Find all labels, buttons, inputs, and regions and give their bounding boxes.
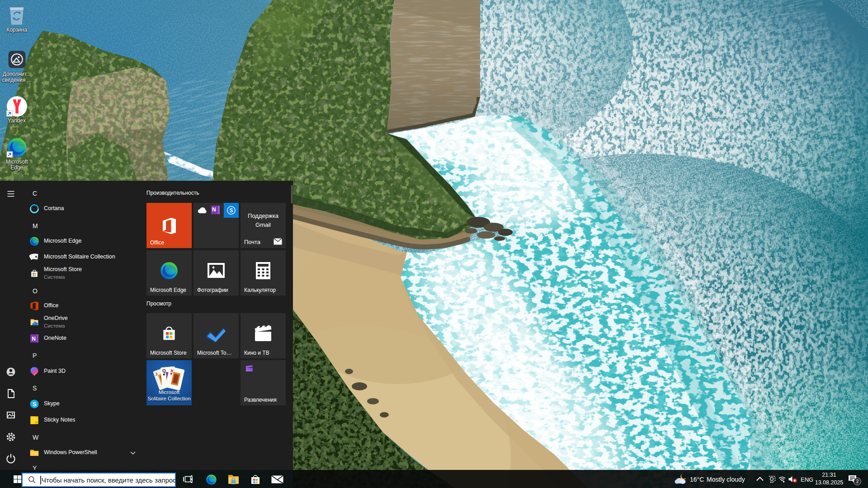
svg-text:Q: Q: [162, 368, 166, 373]
svg-text:S: S: [230, 207, 233, 214]
svg-text:N: N: [32, 336, 36, 342]
svg-text:S: S: [33, 401, 37, 408]
